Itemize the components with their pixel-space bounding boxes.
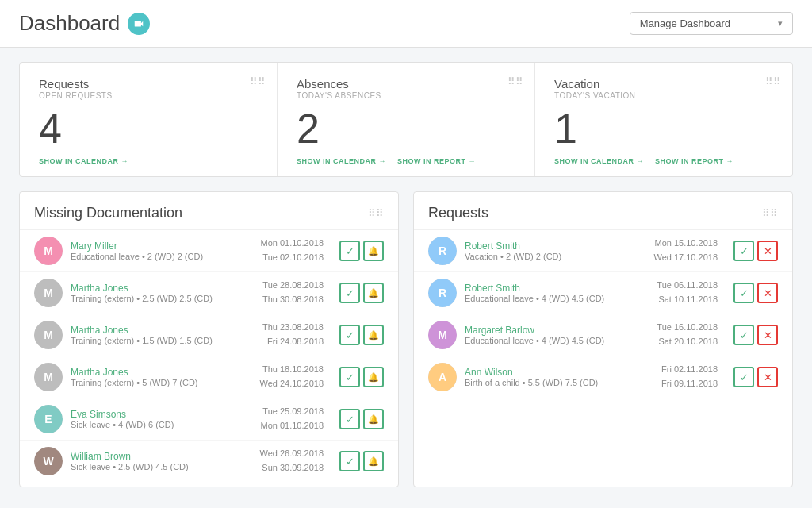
- requests-stat-card: ⠿⠿ Requests OPEN REQUESTS 4 SHOW IN CALE…: [20, 63, 278, 176]
- approve-request-button[interactable]: ✓: [733, 241, 754, 261]
- missing-doc-panel-title: Missing Documentation: [34, 205, 182, 221]
- request-date1: Tue 06.11.2018: [657, 279, 718, 293]
- doc-date2: Mon 01.10.2018: [260, 419, 324, 433]
- doc-detail: Sick leave • 4 (WD) 6 (CD): [71, 420, 252, 429]
- approve-button[interactable]: ✓: [339, 325, 360, 345]
- doc-actions: ✓ 🔔: [339, 367, 384, 387]
- doc-person-name[interactable]: Mary Miller: [71, 241, 252, 252]
- requests-panel-title: Requests: [428, 205, 488, 221]
- manage-dashboard-label: Manage Dashboard: [640, 17, 730, 29]
- notify-button[interactable]: 🔔: [363, 325, 384, 345]
- request-date1: Mon 15.10.2018: [653, 237, 718, 251]
- vacation-stat-card: ⠿⠿ Vacation TODAY'S VACATION 1 SHOW IN C…: [535, 63, 792, 176]
- absences-stat-number: 2: [297, 108, 515, 149]
- main-content: ⠿⠿ Requests OPEN REQUESTS 4 SHOW IN CALE…: [0, 48, 812, 502]
- doc-actions: ✓ 🔔: [339, 283, 384, 303]
- manage-dashboard-dropdown[interactable]: Manage Dashboard ▾: [630, 12, 793, 35]
- approve-button[interactable]: ✓: [339, 451, 360, 471]
- request-detail: Birth of a child • 5.5 (WD) 7.5 (CD): [465, 378, 653, 387]
- missing-doc-row: M Martha Jones Training (extern) • 2.5 (…: [20, 272, 398, 314]
- doc-detail: Sick leave • 2.5 (WD) 4.5 (CD): [71, 462, 251, 471]
- doc-detail: Educational leave • 2 (WD) 2 (CD): [71, 252, 252, 261]
- request-actions: ✓ ✕: [733, 367, 778, 387]
- approve-button[interactable]: ✓: [339, 241, 360, 261]
- request-person-name[interactable]: Margaret Barlow: [465, 325, 649, 336]
- notify-button[interactable]: 🔔: [363, 409, 384, 429]
- doc-date1: Thu 18.10.2018: [259, 363, 324, 377]
- doc-person-name[interactable]: Martha Jones: [71, 367, 251, 378]
- doc-info: Martha Jones Training (extern) • 1.5 (WD…: [71, 325, 255, 345]
- vacation-show-in-calendar-link[interactable]: SHOW IN CALENDAR →: [554, 157, 644, 165]
- doc-dates: Thu 23.08.2018 Fri 24.08.2018: [262, 321, 324, 348]
- doc-date2: Wed 24.10.2018: [259, 377, 324, 391]
- request-row: R Robert Smith Vacation • 2 (WD) 2 (CD) …: [414, 230, 792, 272]
- missing-doc-row: M Martha Jones Training (extern) • 1.5 (…: [20, 314, 398, 356]
- doc-dates: Wed 26.09.2018 Sun 30.09.2018: [259, 447, 324, 475]
- absences-stat-subtitle: TODAY'S ABSENCES: [297, 91, 515, 100]
- request-date1: Fri 02.11.2018: [661, 363, 718, 377]
- doc-info: Martha Jones Training (extern) • 2.5 (WD…: [71, 283, 255, 303]
- request-date1: Tue 16.10.2018: [657, 321, 718, 335]
- requests-panel: Requests ⠿⠿ R Robert Smith Vacation • 2 …: [413, 191, 793, 487]
- request-person-name[interactable]: Robert Smith: [465, 283, 649, 294]
- drag-handle-missing-doc[interactable]: ⠿⠿: [368, 207, 384, 219]
- notify-button[interactable]: 🔔: [363, 451, 384, 471]
- drag-handle-vacation[interactable]: ⠿⠿: [765, 75, 781, 87]
- notify-button[interactable]: 🔔: [363, 367, 384, 387]
- camera-icon[interactable]: [128, 13, 150, 35]
- approve-button[interactable]: ✓: [339, 409, 360, 429]
- approve-request-button[interactable]: ✓: [733, 367, 754, 387]
- request-info: Robert Smith Educational leave • 4 (WD) …: [465, 283, 649, 303]
- avatar: R: [428, 279, 457, 307]
- doc-info: William Brown Sick leave • 2.5 (WD) 4.5 …: [71, 451, 251, 471]
- doc-detail: Training (extern) • 1.5 (WD) 1.5 (CD): [71, 336, 255, 345]
- vacation-stat-title: Vacation: [554, 77, 773, 90]
- doc-person-name[interactable]: Eva Simsons: [71, 409, 252, 420]
- doc-info: Eva Simsons Sick leave • 4 (WD) 6 (CD): [71, 409, 252, 429]
- doc-date1: Tue 25.09.2018: [260, 405, 324, 419]
- doc-person-name[interactable]: William Brown: [71, 451, 251, 462]
- requests-show-in-calendar-link[interactable]: SHOW IN CALENDAR →: [39, 157, 128, 165]
- doc-detail: Training (extern) • 5 (WD) 7 (CD): [71, 378, 251, 387]
- absences-show-in-calendar-link[interactable]: SHOW IN CALENDAR →: [297, 157, 386, 165]
- reject-request-button[interactable]: ✕: [757, 367, 778, 387]
- avatar: M: [34, 279, 63, 307]
- doc-actions: ✓ 🔔: [339, 451, 384, 471]
- request-date2: Sat 20.10.2018: [657, 335, 718, 349]
- approve-request-button[interactable]: ✓: [733, 325, 754, 345]
- requests-list: R Robert Smith Vacation • 2 (WD) 2 (CD) …: [414, 230, 792, 398]
- drag-handle-absences[interactable]: ⠿⠿: [508, 75, 523, 87]
- reject-request-button[interactable]: ✕: [757, 283, 778, 303]
- approve-button[interactable]: ✓: [339, 283, 360, 303]
- approve-request-button[interactable]: ✓: [733, 283, 754, 303]
- doc-dates: Thu 18.10.2018 Wed 24.10.2018: [259, 363, 324, 391]
- missing-doc-row: W William Brown Sick leave • 2.5 (WD) 4.…: [20, 441, 398, 482]
- drag-handle-requests-panel[interactable]: ⠿⠿: [762, 207, 778, 219]
- vacation-show-in-report-link[interactable]: SHOW IN REPORT →: [655, 157, 733, 165]
- notify-button[interactable]: 🔔: [363, 283, 384, 303]
- request-detail: Educational leave • 4 (WD) 4.5 (CD): [465, 294, 649, 303]
- doc-person-name[interactable]: Martha Jones: [71, 325, 255, 336]
- vacation-stat-links: SHOW IN CALENDAR → SHOW IN REPORT →: [554, 157, 773, 165]
- absences-show-in-report-link[interactable]: SHOW IN REPORT →: [397, 157, 476, 165]
- doc-date2: Thu 30.08.2018: [262, 293, 324, 307]
- header: Dashboard Manage Dashboard ▾: [0, 0, 812, 48]
- doc-date1: Thu 23.08.2018: [262, 321, 324, 335]
- doc-dates: Tue 25.09.2018 Mon 01.10.2018: [260, 405, 324, 433]
- missing-doc-row: M Martha Jones Training (extern) • 5 (WD…: [20, 356, 398, 398]
- request-person-name[interactable]: Ann Wilson: [465, 367, 653, 378]
- avatar: W: [34, 447, 63, 475]
- request-date2: Fri 09.11.2018: [661, 377, 718, 391]
- request-dates: Tue 16.10.2018 Sat 20.10.2018: [657, 321, 718, 348]
- request-person-name[interactable]: Robert Smith: [465, 241, 645, 252]
- reject-request-button[interactable]: ✕: [757, 325, 778, 345]
- doc-date2: Sun 30.09.2018: [259, 461, 324, 475]
- notify-button[interactable]: 🔔: [363, 241, 384, 261]
- request-row: R Robert Smith Educational leave • 4 (WD…: [414, 272, 792, 314]
- approve-button[interactable]: ✓: [339, 367, 360, 387]
- doc-person-name[interactable]: Martha Jones: [71, 283, 255, 294]
- drag-handle-requests[interactable]: ⠿⠿: [250, 75, 266, 87]
- page-title: Dashboard: [19, 11, 120, 36]
- reject-request-button[interactable]: ✕: [757, 241, 778, 261]
- request-dates: Fri 02.11.2018 Fri 09.11.2018: [661, 363, 718, 391]
